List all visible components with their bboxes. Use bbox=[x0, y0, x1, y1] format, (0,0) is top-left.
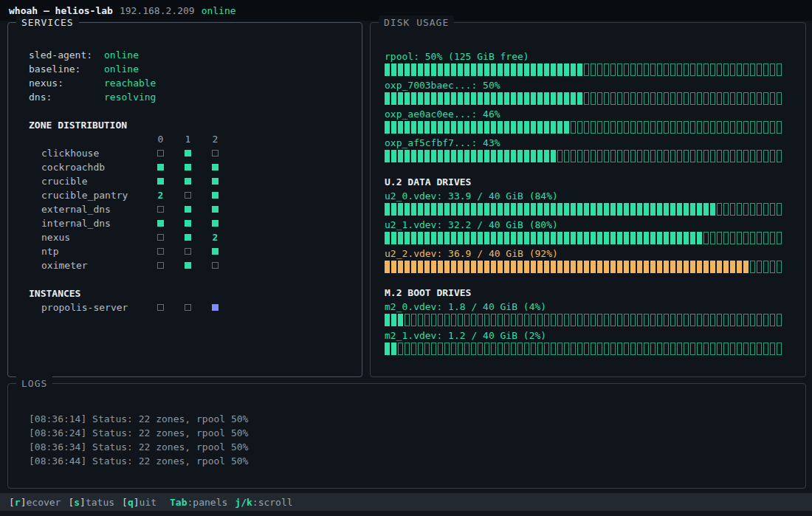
disk-usage-entry: m2_1.vdev: 1.2 / 40 GiB (2%) bbox=[385, 328, 805, 355]
bar-filled-block bbox=[610, 232, 616, 244]
zone-row: crucible_pantry2 bbox=[29, 188, 362, 202]
log-line: [08:36:44] Status: 22 zones, rpool 50% bbox=[29, 454, 805, 468]
zone-present-square bbox=[212, 206, 219, 213]
bar-filled-block bbox=[411, 203, 416, 216]
bar-empty-block bbox=[544, 343, 549, 355]
bar-filled-block bbox=[458, 232, 463, 244]
bar-empty-block bbox=[405, 343, 410, 355]
bar-empty-block bbox=[750, 63, 755, 76]
bar-empty-block bbox=[723, 150, 729, 162]
bar-empty-block bbox=[697, 63, 702, 76]
bar-filled-block bbox=[398, 92, 403, 105]
zone-count: 2 bbox=[202, 230, 229, 244]
bar-empty-block bbox=[584, 121, 589, 134]
disk-usage-label: oxp_7003baec...: 50% bbox=[385, 78, 805, 92]
bar-filled-block bbox=[504, 203, 509, 216]
bar-filled-block bbox=[544, 63, 549, 76]
bar-empty-block bbox=[750, 343, 755, 355]
bar-filled-block bbox=[544, 203, 549, 216]
zone-present-square bbox=[185, 164, 191, 171]
bar-empty-block bbox=[684, 343, 689, 355]
bar-empty-block bbox=[610, 121, 616, 134]
bar-empty-block bbox=[677, 92, 682, 105]
bar-filled-block bbox=[517, 121, 523, 134]
key-letter: j/k bbox=[235, 497, 252, 508]
zone-absent-square bbox=[157, 304, 164, 311]
bar-filled-block bbox=[650, 232, 656, 244]
bar-empty-block bbox=[438, 314, 443, 326]
bar-filled-block bbox=[544, 232, 549, 244]
bar-filled-block bbox=[464, 63, 469, 76]
bar-empty-block bbox=[637, 92, 642, 105]
zone-cell bbox=[174, 244, 202, 258]
bar-empty-block bbox=[657, 63, 662, 76]
bar-empty-block bbox=[743, 203, 749, 216]
bar-empty-block bbox=[703, 314, 709, 326]
bar-filled-block bbox=[697, 261, 702, 273]
bar-empty-block bbox=[498, 343, 503, 355]
bar-filled-block bbox=[451, 121, 456, 134]
disk-usage-panel[interactable]: DISK USAGE rpool: 50% (125 GiB free)oxp_… bbox=[370, 22, 806, 377]
bar-empty-block bbox=[737, 150, 742, 162]
bar-empty-block bbox=[697, 121, 702, 134]
bar-filled-block bbox=[597, 261, 602, 273]
bar-empty-block bbox=[637, 150, 642, 162]
bar-filled-block bbox=[464, 92, 469, 105]
bar-filled-block bbox=[491, 150, 496, 162]
bar-filled-block bbox=[504, 121, 509, 134]
zone-present-square bbox=[212, 164, 219, 171]
bar-filled-block bbox=[491, 232, 496, 244]
bar-empty-block bbox=[710, 63, 715, 76]
bar-empty-block bbox=[577, 314, 582, 326]
bar-empty-block bbox=[697, 150, 702, 162]
bar-empty-block bbox=[684, 92, 689, 105]
zone-row: internal_dns bbox=[29, 216, 362, 230]
bar-empty-block bbox=[710, 150, 715, 162]
bar-empty-block bbox=[690, 314, 695, 326]
bar-filled-block bbox=[405, 121, 410, 134]
services-panel[interactable]: SERVICES sled-agent:onlinebaseline:onlin… bbox=[7, 22, 362, 377]
bar-empty-block bbox=[557, 314, 562, 326]
bar-empty-block bbox=[723, 232, 729, 244]
bar-filled-block bbox=[564, 63, 569, 76]
bar-empty-block bbox=[637, 314, 642, 326]
bar-filled-block bbox=[551, 261, 556, 273]
keybinding-hint: [r]ecover bbox=[9, 497, 61, 508]
zone-column-header-row: 012 bbox=[29, 132, 362, 146]
zone-count: 2 bbox=[147, 188, 174, 202]
bar-filled-block bbox=[385, 150, 390, 162]
bar-empty-block bbox=[411, 314, 416, 326]
bar-filled-block bbox=[524, 92, 529, 105]
bar-empty-block bbox=[637, 121, 642, 134]
zone-row: clickhouse bbox=[29, 146, 362, 160]
bar-filled-block bbox=[484, 92, 489, 105]
bar-filled-block bbox=[690, 261, 695, 273]
bar-filled-block bbox=[664, 232, 669, 244]
u2-drive-list: u2_0.vdev: 33.9 / 40 GiB (84%)u2_1.vdev:… bbox=[385, 189, 805, 273]
bar-empty-block bbox=[591, 314, 596, 326]
bar-filled-block bbox=[398, 150, 403, 162]
bar-empty-block bbox=[697, 314, 702, 326]
bar-filled-block bbox=[451, 232, 456, 244]
bar-empty-block bbox=[717, 314, 722, 326]
bar-empty-block bbox=[717, 92, 722, 105]
bar-empty-block bbox=[730, 121, 735, 134]
bar-empty-block bbox=[544, 314, 549, 326]
zone-cell bbox=[147, 258, 174, 272]
bar-filled-block bbox=[524, 261, 529, 273]
bar-empty-block bbox=[597, 150, 602, 162]
bar-empty-block bbox=[750, 92, 755, 105]
bar-empty-block bbox=[597, 121, 602, 134]
bar-empty-block bbox=[517, 343, 523, 355]
bar-filled-block bbox=[690, 203, 695, 216]
bar-empty-block bbox=[604, 63, 609, 76]
blank-line bbox=[29, 104, 362, 118]
logs-list: [08:36:14] Status: 22 zones, rpool 50%[0… bbox=[8, 384, 805, 468]
bar-empty-block bbox=[478, 343, 483, 355]
bar-empty-block bbox=[777, 232, 782, 244]
bar-empty-block bbox=[511, 314, 516, 326]
logs-panel[interactable]: LOGS [08:36:14] Status: 22 zones, rpool … bbox=[7, 383, 806, 489]
sled-column-label: 1 bbox=[174, 134, 202, 145]
bar-filled-block bbox=[431, 63, 436, 76]
instances-header: INSTANCES bbox=[29, 286, 362, 300]
